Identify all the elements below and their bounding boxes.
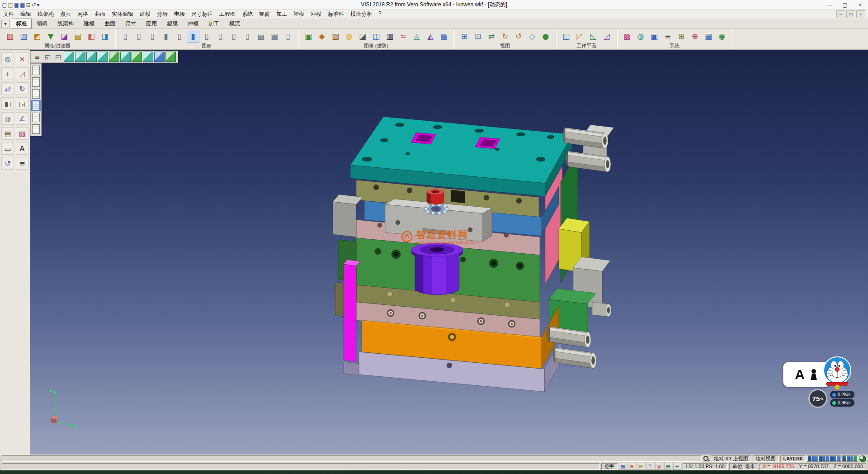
groups-icon[interactable]: ▦: [268, 30, 281, 43]
menu-item-9[interactable]: 电极: [171, 10, 188, 18]
menu-item-8[interactable]: 分析: [154, 10, 171, 18]
menu-item-17[interactable]: 标准件: [325, 10, 347, 18]
measure-icon[interactable]: ∠: [16, 112, 28, 125]
globe-icon[interactable]: ◍: [634, 30, 647, 43]
zoom-window-icon[interactable]: ⊡: [472, 30, 484, 43]
menu-item-14[interactable]: 加工: [273, 10, 290, 18]
layer-manager-icon[interactable]: ▤: [255, 30, 267, 43]
menu-item-7[interactable]: 建模: [137, 10, 154, 18]
workplane-3points-icon[interactable]: ◸: [573, 30, 586, 43]
menu-item-1[interactable]: 编辑: [17, 10, 34, 18]
info-icon[interactable]: ◉: [716, 30, 728, 43]
view-page-2-icon[interactable]: [32, 77, 40, 87]
redraw-icon[interactable]: ●: [539, 30, 552, 43]
snap-settings-icon[interactable]: ⊕: [689, 30, 701, 43]
menu-item-19[interactable]: ?: [375, 10, 385, 18]
save-icon[interactable]: ▣: [14, 2, 19, 8]
back-view-cube-icon[interactable]: [120, 52, 131, 62]
layer-filter-icon[interactable]: ▤: [71, 30, 84, 43]
render-icon[interactable]: ▣: [302, 30, 315, 43]
text-icon[interactable]: A: [16, 142, 28, 155]
tab-6[interactable]: 应用: [141, 19, 162, 29]
workplane-entity-icon[interactable]: ◺: [587, 30, 599, 43]
erase-icon[interactable]: ▭: [1, 142, 14, 155]
textures-icon[interactable]: ▨: [329, 30, 342, 43]
view-iso-icon[interactable]: ◇: [526, 30, 538, 43]
edges-icon[interactable]: ▯: [214, 30, 226, 43]
layer-color-bar-1[interactable]: [807, 455, 841, 462]
front-view-cube-icon[interactable]: [75, 52, 85, 62]
sketch-icon[interactable]: ◿: [16, 67, 28, 80]
mdi-close-button[interactable]: ×: [856, 10, 865, 18]
view-mode-indicator[interactable]: 绝对 XY 上视图: [711, 455, 751, 462]
zebra-icon[interactable]: ▥: [383, 30, 396, 43]
undo-tree-icon[interactable]: ↺: [1, 157, 14, 170]
element-filter-icon[interactable]: ◪: [58, 30, 71, 43]
section-icon[interactable]: ◫: [370, 30, 382, 43]
curvature-icon[interactable]: ≈: [397, 30, 410, 43]
view-page-3-icon[interactable]: [32, 89, 40, 99]
active-layer-indicator[interactable]: LAYER0: [780, 455, 806, 462]
menu-item-4[interactable]: 网格: [74, 10, 91, 18]
toolbar-options-icon[interactable]: ▾: [37, 2, 40, 8]
view-page-4-icon[interactable]: [32, 101, 40, 110]
shaded-view-cube-icon[interactable]: [165, 52, 176, 62]
selection-filter-icon[interactable]: ▼: [44, 30, 57, 43]
target-icon[interactable]: ◎: [655, 463, 663, 470]
menu-item-15[interactable]: 塑模: [290, 10, 307, 18]
menu-item-5[interactable]: 曲面: [91, 10, 108, 18]
preferences-icon[interactable]: ≡: [661, 30, 674, 43]
mdi-restore-button[interactable]: ▢: [846, 10, 855, 18]
layer-toggle-icon[interactable]: ▤: [664, 463, 672, 470]
show-points-icon[interactable]: ▯: [119, 30, 132, 43]
blank-entity-icon[interactable]: ▯: [241, 30, 254, 43]
right-view-cube-icon[interactable]: [98, 52, 108, 62]
save-all-icon[interactable]: ▦: [20, 2, 25, 8]
view-page-1-icon[interactable]: [32, 66, 40, 75]
hatch-icon[interactable]: ▨: [16, 127, 28, 140]
menu-item-3[interactable]: 点云: [57, 10, 74, 18]
linetype-icon[interactable]: ▯: [282, 30, 294, 43]
axis-toggle-icon[interactable]: +: [673, 463, 681, 470]
undo-icon[interactable]: ↺: [31, 2, 36, 8]
menu-item-2[interactable]: 线架构: [34, 10, 57, 18]
units-indicator[interactable]: 单位: 毫米: [729, 463, 758, 470]
view-menu-icon[interactable]: ≡: [33, 52, 42, 62]
rotate-icon[interactable]: ↻: [16, 82, 28, 95]
print-icon[interactable]: ⊟: [26, 2, 30, 8]
scale-icon[interactable]: ◲: [16, 97, 28, 110]
iso-view-cube-icon[interactable]: [64, 52, 74, 62]
snap-mode-icon[interactable]: ⊕: [628, 463, 636, 470]
tab-8[interactable]: 冲模: [183, 19, 203, 29]
background-icon[interactable]: ▦: [438, 30, 450, 43]
zoom-select-icon[interactable]: ◎: [1, 52, 14, 65]
wireframe-icon[interactable]: ▯: [173, 30, 186, 43]
options-icon[interactable]: ≡: [16, 157, 28, 170]
tab-10[interactable]: 模流: [224, 19, 245, 29]
tab-dropdown-icon[interactable]: ▾: [1, 20, 9, 28]
net-monitor-widget[interactable]: A: [779, 360, 868, 423]
attribute-copy-icon[interactable]: ▥: [17, 30, 30, 43]
layer-color-bar-2[interactable]: [842, 455, 858, 462]
materials-icon[interactable]: ◆: [316, 30, 328, 43]
absolute-view-indicator[interactable]: 绝对视图: [753, 455, 779, 462]
previous-view-icon[interactable]: ↺: [512, 30, 525, 43]
left-view-cube-icon[interactable]: [109, 52, 119, 62]
display-settings-icon[interactable]: ▣: [648, 30, 660, 43]
view-page-5-icon[interactable]: [32, 113, 40, 122]
menu-item-6[interactable]: 实体编辑: [108, 10, 137, 18]
transparency-icon[interactable]: ▯: [200, 30, 213, 43]
show-curves-icon[interactable]: ▯: [132, 30, 145, 43]
trim-icon[interactable]: ×: [16, 52, 28, 65]
scale-indicator[interactable]: LS: 1.00 PS: 1.00: [683, 463, 728, 470]
help-icon[interactable]: ?: [646, 463, 654, 470]
window-split-icon[interactable]: ◰: [53, 52, 63, 62]
top-view-cube-icon[interactable]: [86, 52, 97, 62]
dynamic-view-cube-icon[interactable]: [154, 52, 165, 62]
workplane-toggle-icon[interactable]: ◿: [600, 30, 613, 43]
menu-item-0[interactable]: 文件: [0, 10, 17, 18]
tab-4[interactable]: 曲面: [99, 19, 120, 29]
draft-analysis-icon[interactable]: ◬: [410, 30, 423, 43]
tab-3[interactable]: 建模: [79, 19, 99, 29]
bottom-view-cube-icon[interactable]: [132, 52, 142, 62]
